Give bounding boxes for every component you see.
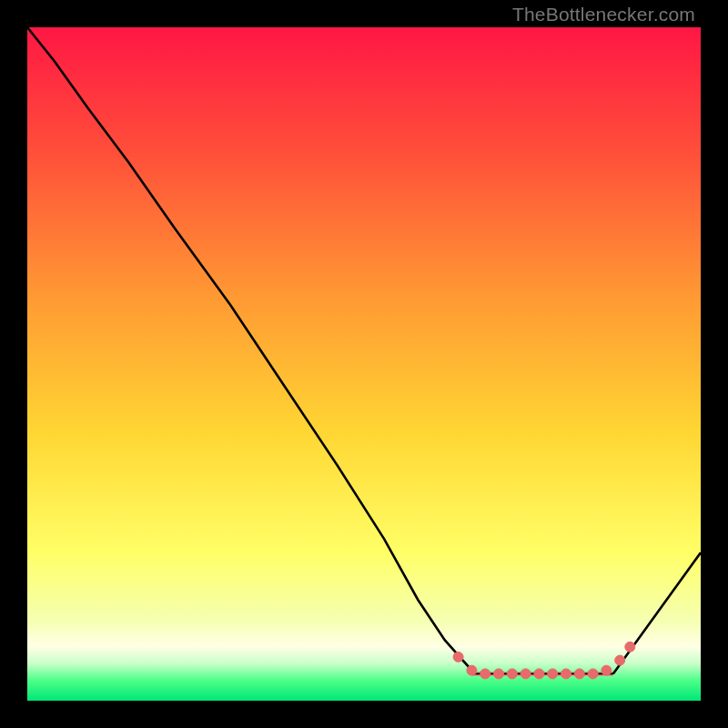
data-marker <box>507 669 517 679</box>
data-marker <box>521 669 531 679</box>
data-marker <box>625 642 635 652</box>
data-marker <box>588 669 598 679</box>
data-marker <box>494 669 504 679</box>
data-marker <box>615 655 625 665</box>
data-marker <box>467 665 477 675</box>
data-marker <box>574 669 584 679</box>
data-marker <box>602 665 612 675</box>
gradient-background <box>27 27 701 701</box>
chart-frame <box>27 27 701 701</box>
data-marker <box>534 669 544 679</box>
data-marker <box>480 669 490 679</box>
data-marker <box>548 669 558 679</box>
bottleneck-chart-svg <box>27 27 701 701</box>
data-marker <box>453 652 463 662</box>
watermark-text: TheBottlenecker.com <box>512 4 695 25</box>
data-marker <box>561 669 571 679</box>
